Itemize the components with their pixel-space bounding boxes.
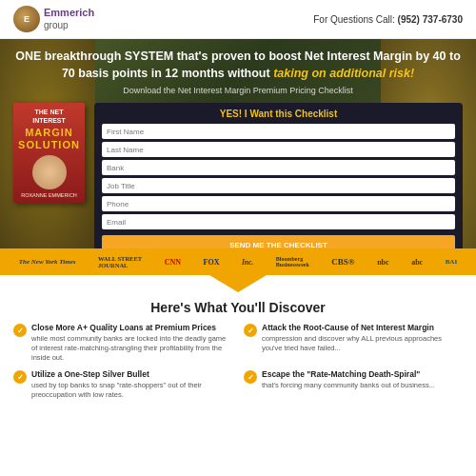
- fox-logo: FOX: [204, 258, 220, 267]
- logo-text: Emmerich group: [44, 7, 94, 30]
- discover-icon-3: ✓: [13, 370, 27, 384]
- phone-number: (952) 737-6730: [398, 14, 463, 25]
- hero-headline: ONE breakthrough SYSTEM that's proven to…: [13, 49, 463, 82]
- cnn-logo: CNN: [165, 258, 181, 267]
- media-logos-strip: The New York Times WALL STREETJOURNAL CN…: [0, 248, 476, 275]
- bloomberg-logo: BloombergBusinessweek: [276, 256, 309, 268]
- book-cover: THE NET INTEREST MARGIN SOLUTION ROXANNE…: [13, 103, 85, 203]
- discover-item-1: ✓ Close More A+ Quality Loans at Premium…: [13, 323, 232, 362]
- discover-item-text-3: used by top banks to snap "rate-shoppers…: [31, 381, 232, 400]
- discover-icon-1: ✓: [13, 324, 27, 337]
- logo-group: group: [44, 20, 69, 30]
- discover-icon-2: ✓: [244, 324, 257, 337]
- discover-item-content-4: Escape the "Rate-Matching Death-Spiral" …: [262, 369, 435, 390]
- bai-logo: BAI: [446, 258, 457, 266]
- signup-form: YES! I Want this Checklist SEND ME THE C…: [94, 103, 463, 248]
- phone-input[interactable]: [102, 196, 455, 211]
- hero-content: ONE breakthrough SYSTEM that's proven to…: [0, 39, 476, 248]
- email-input[interactable]: [102, 214, 455, 229]
- book-top-text: THE NET INTEREST: [18, 108, 80, 125]
- first-name-input[interactable]: [102, 124, 455, 139]
- discover-item-text-1: while most community banks are locked in…: [31, 334, 232, 362]
- submit-button[interactable]: SEND ME THE CHECKLIST: [102, 235, 455, 248]
- discover-item-text-4: that's forcing many community banks out …: [262, 381, 435, 390]
- discover-item-content-2: Attack the Root-Cause of Net Interest Ma…: [262, 323, 463, 353]
- cbs-logo: CBS®: [331, 257, 354, 267]
- logo-area: E Emmerich group: [13, 6, 94, 32]
- phone-info: For Questions Call: (952) 737-6730: [313, 14, 463, 25]
- book-title: MARGIN SOLUTION: [18, 127, 80, 151]
- discover-item-content-3: Utilize a One-Step Silver Bullet used by…: [31, 369, 232, 400]
- nyt-logo: The New York Times: [19, 258, 76, 266]
- discover-section: Here's What You'll Discover ✓ Close More…: [0, 292, 476, 406]
- arrow-divider: [0, 275, 476, 292]
- discover-item-3: ✓ Utilize a One-Step Silver Bullet used …: [13, 369, 232, 400]
- header: E Emmerich group For Questions Call: (95…: [0, 0, 476, 39]
- nbc-logo: nbc: [377, 258, 388, 267]
- logo-icon: E: [13, 6, 40, 32]
- form-title: YES! I Want this Checklist: [102, 109, 455, 119]
- discover-item-title-3: Utilize a One-Step Silver Bullet: [31, 369, 232, 379]
- wsj-logo: WALL STREETJOURNAL: [98, 255, 142, 268]
- hero-columns: THE NET INTEREST MARGIN SOLUTION ROXANNE…: [13, 103, 463, 248]
- inc-logo: Inc.: [242, 258, 253, 267]
- discover-item-text-2: compression and discover why ALL previou…: [262, 334, 463, 353]
- discover-item-4: ✓ Escape the "Rate-Matching Death-Spiral…: [244, 369, 463, 400]
- discover-item-title-1: Close More A+ Quality Loans at Premium P…: [31, 323, 232, 332]
- discover-item-2: ✓ Attack the Root-Cause of Net Interest …: [244, 323, 463, 362]
- hero-text-area: ONE breakthrough SYSTEM that's proven to…: [13, 49, 463, 248]
- discover-icon-4: ✓: [244, 370, 257, 384]
- discover-item-content-1: Close More A+ Quality Loans at Premium P…: [31, 323, 232, 362]
- last-name-input[interactable]: [102, 142, 455, 157]
- hero-subtext: Download the Net Interest Margin Premium…: [13, 86, 463, 95]
- phone-label: For Questions Call:: [313, 14, 395, 25]
- author-photo: [32, 155, 67, 189]
- arrow-shape: [209, 275, 267, 292]
- abc-logo: abc: [411, 258, 423, 267]
- bank-input[interactable]: [102, 160, 455, 175]
- discover-grid: ✓ Close More A+ Quality Loans at Premium…: [13, 323, 463, 400]
- discover-item-title-2: Attack the Root-Cause of Net Interest Ma…: [262, 323, 463, 332]
- job-title-input[interactable]: [102, 178, 455, 193]
- discover-item-title-4: Escape the "Rate-Matching Death-Spiral": [262, 369, 435, 379]
- headline-highlight: taking on additional risk!: [273, 67, 414, 80]
- hero-section: ONE breakthrough SYSTEM that's proven to…: [0, 39, 476, 248]
- discover-title: Here's What You'll Discover: [13, 300, 463, 315]
- logo-name: Emmerich: [44, 7, 94, 18]
- book-author: ROXANNE EMMERICH: [21, 192, 77, 198]
